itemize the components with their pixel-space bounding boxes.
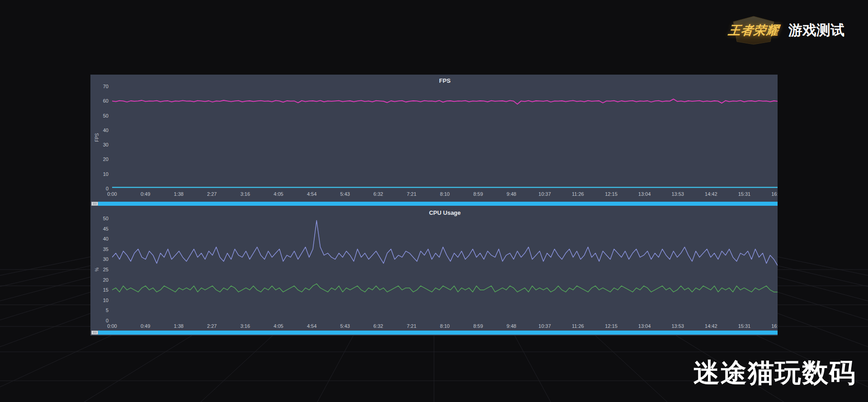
y-tick-label: 5: [90, 307, 108, 313]
brand-area: 王者荣耀 游戏测试: [726, 15, 844, 45]
y-tick-label: 40: [90, 236, 108, 241]
fps-line: [112, 99, 778, 104]
performance-panel: FPS FPS 0102030405060700:000:491:382:273…: [90, 75, 778, 336]
y-tick-label: 0: [90, 186, 108, 191]
y-tick-label: 50: [90, 113, 108, 118]
y-tick-label: 20: [90, 156, 108, 162]
y-axis-label: FPS: [94, 133, 99, 142]
violet-line: [112, 221, 778, 266]
y-tick-label: 50: [90, 216, 108, 221]
y-tick-label: 15: [90, 287, 108, 293]
y-tick-label: 45: [90, 226, 108, 232]
y-tick-label: 10: [90, 298, 108, 303]
scrollbar-handle[interactable]: [91, 331, 98, 335]
y-tick-label: 20: [90, 277, 108, 283]
game-logo: 王者荣耀: [726, 15, 781, 45]
cpu-usage-plot: [112, 208, 778, 331]
y-tick-label: 30: [90, 256, 108, 262]
y-tick-label: 35: [90, 246, 108, 252]
y-tick-label: 30: [90, 142, 108, 147]
grip-icon: [93, 203, 96, 205]
y-tick-label: 40: [90, 128, 108, 133]
y-tick-label: 25: [90, 267, 108, 272]
y-tick-label: 0: [90, 318, 108, 323]
grip-icon: [93, 331, 96, 334]
scrollbar-handle[interactable]: [91, 202, 98, 206]
logo-title: 王者荣耀: [727, 22, 780, 38]
green-line: [112, 284, 778, 292]
fps-time-range-scrollbar[interactable]: [91, 202, 778, 206]
watermark-text: 迷途猫玩数码: [693, 355, 856, 391]
cpu-usage-chart: CPU Usage % 051015202530354045500:000:49…: [90, 208, 778, 331]
fps-plot: [112, 76, 778, 199]
logo-caption: 游戏测试: [788, 21, 844, 40]
y-tick-label: 60: [90, 98, 108, 104]
fps-chart: FPS FPS 0102030405060700:000:491:382:273…: [90, 76, 778, 199]
y-tick-label: 10: [90, 171, 108, 177]
cpu-time-range-scrollbar[interactable]: [91, 331, 778, 335]
y-tick-label: 70: [90, 84, 108, 89]
